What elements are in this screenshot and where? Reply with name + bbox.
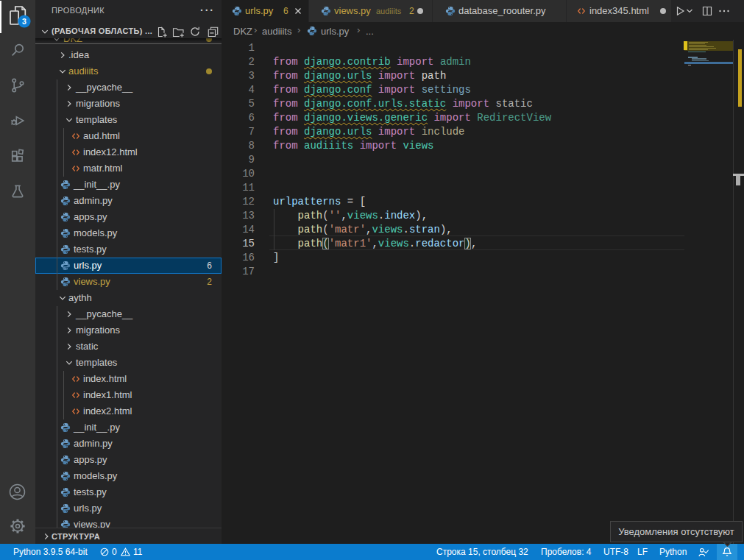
svg-text:3: 3 — [22, 17, 26, 26]
